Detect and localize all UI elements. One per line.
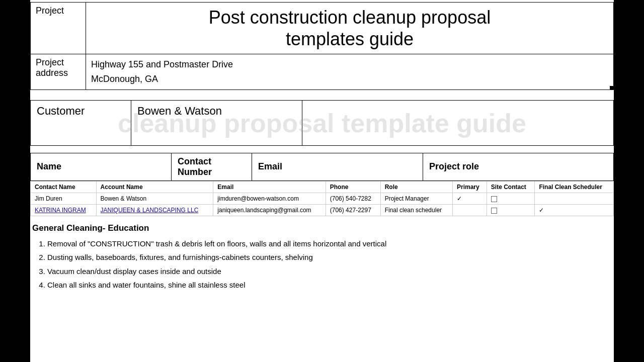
inner-col-site-contact: Site Contact	[487, 181, 535, 193]
address-line2: McDonough, GA	[91, 74, 158, 84]
inner-col-contact-name: Contact Name	[31, 181, 97, 193]
table-cell: ✓	[453, 193, 487, 204]
inner-col-role: Role	[380, 181, 452, 193]
project-title: Post construction cleanup proposal templ…	[86, 3, 614, 54]
inner-contacts-table: Contact Name Account Name Email Phone Ro…	[30, 181, 614, 216]
table-cell: janiqueen.landscaping@gmail.com	[213, 204, 326, 216]
contacts-header-table: Name Contact Number Email Project role	[30, 153, 614, 181]
cleaning-list: Removal of "CONSTRUCTION" trash & debris…	[47, 237, 612, 292]
table-cell: (706) 427-2297	[326, 204, 380, 216]
inner-col-final-clean: Final Clean Scheduler	[535, 181, 614, 193]
customer-extra-cell	[302, 100, 614, 145]
cleaning-title: General Cleaning- Education	[32, 223, 612, 233]
col-contact-header: Contact Number	[172, 153, 252, 180]
address-line1: Highway 155 and Postmaster Drive	[91, 59, 233, 69]
list-item: Clean all sinks and water fountains, shi…	[47, 279, 612, 292]
table-row: KATRINA INGRAMJANIQUEEN & LANDSCAPING LL…	[31, 204, 614, 216]
address-value: Highway 155 and Postmaster Drive McDonou…	[86, 54, 614, 90]
checkbox[interactable]	[491, 208, 497, 214]
table-cell: (706) 540-7282	[326, 193, 380, 204]
project-label: Project	[31, 3, 86, 54]
col-name-header: Name	[31, 153, 172, 180]
table-cell	[453, 204, 487, 216]
address-label: Project address	[31, 54, 86, 90]
table-cell	[535, 193, 614, 204]
resize-handle[interactable]	[610, 86, 614, 90]
inner-col-email: Email	[213, 181, 326, 193]
title-line2: templates guide	[286, 29, 414, 49]
table-cell: JANIQUEEN & LANDSCAPING LLC	[96, 204, 213, 216]
inner-col-primary: Primary	[453, 181, 487, 193]
title-line1: Post construction cleanup proposal	[209, 7, 491, 28]
col-email-header: Email	[252, 153, 423, 180]
table-cell: Jim Duren	[31, 193, 97, 204]
customer-section: Customer Bowen & Watson	[30, 100, 614, 146]
table-cell: Final clean scheduler	[380, 204, 452, 216]
inner-col-phone: Phone	[326, 181, 380, 193]
list-item: Dusting walls, baseboards, fixtures, and…	[47, 251, 612, 264]
list-item: Vacuum clean/dust display cases inside a…	[47, 265, 612, 278]
customer-label: Customer	[31, 100, 131, 145]
checkbox[interactable]	[491, 196, 497, 202]
customer-name: Bowen & Watson	[131, 100, 302, 145]
customer-table: Customer Bowen & Watson	[30, 100, 614, 146]
cleaning-section: General Cleaning- Education Removal of "…	[30, 223, 614, 292]
project-table: Project Post construction cleanup propos…	[30, 2, 614, 90]
table-cell: Project Manager	[380, 193, 452, 204]
col-role-header: Project role	[423, 153, 614, 180]
inner-col-account-name: Account Name	[96, 181, 213, 193]
table-row: Jim DurenBowen & Watsonjimduren@bowen-wa…	[31, 193, 614, 204]
table-cell	[487, 204, 535, 216]
list-item: Removal of "CONSTRUCTION" trash & debris…	[47, 237, 612, 250]
table-cell	[487, 193, 535, 204]
table-cell: KATRINA INGRAM	[31, 204, 97, 216]
table-cell: ✓	[535, 204, 614, 216]
table-cell: jimduren@bowen-watson.com	[213, 193, 326, 204]
table-cell: Bowen & Watson	[96, 193, 213, 204]
